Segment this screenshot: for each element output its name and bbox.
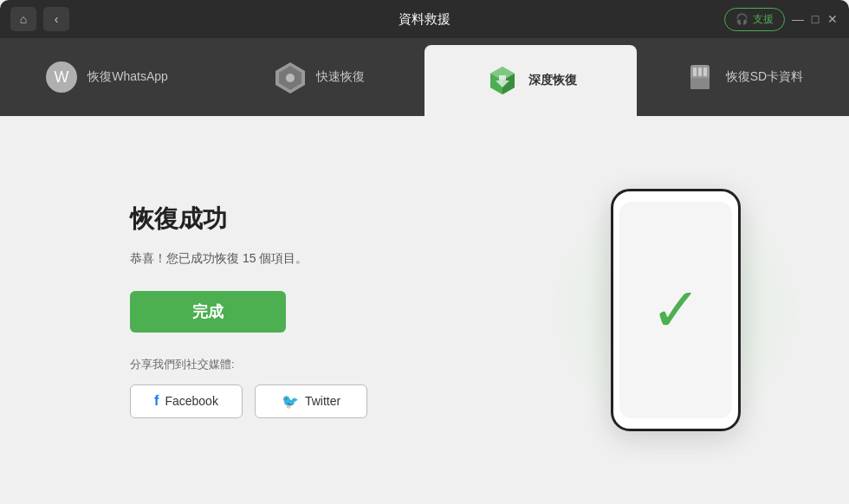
main-content: 恢復成功 恭喜！您已成功恢復 15 個項目。 完成 分享我們到社交媒體: f F… (0, 116, 849, 504)
tab-deep-restore-label: 深度恢復 (528, 73, 577, 88)
success-panel: 恢復成功 恭喜！您已成功恢復 15 個項目。 完成 分享我們到社交媒體: f F… (130, 203, 494, 418)
success-description: 恭喜！您已成功恢復 15 個項目。 (130, 251, 494, 267)
phone-illustration: ✓ (572, 171, 780, 449)
tab-deep-restore[interactable]: 深度恢復 (424, 45, 637, 116)
tab-quick-restore[interactable]: 快速恢復 (212, 38, 424, 116)
titlebar: ⌂ ‹ 資料救援 🎧 支援 — □ ✕ (0, 0, 849, 38)
facebook-button[interactable]: f Facebook (130, 384, 243, 418)
phone-screen: ✓ (619, 202, 732, 418)
facebook-label: Facebook (165, 394, 217, 408)
svg-rect-13 (703, 68, 707, 76)
checkmark-icon: ✓ (651, 280, 702, 340)
support-button[interactable]: 🎧 支援 (724, 8, 785, 31)
window-controls: — □ ✕ (792, 13, 839, 25)
support-label: 支援 (753, 12, 774, 27)
tab-sd-card-label: 恢復SD卡資料 (726, 69, 803, 85)
tabbar: W 恢復WhatsApp 快速恢復 (0, 38, 849, 116)
tab-whatsapp[interactable]: W 恢復WhatsApp (0, 38, 212, 116)
success-title: 恢復成功 (130, 203, 494, 236)
twitter-button[interactable]: 🐦 Twitter (255, 384, 367, 418)
whatsapp-icon: W (44, 60, 79, 94)
tab-quick-restore-label: 快速恢復 (316, 69, 365, 85)
home-icon: ⌂ (20, 12, 27, 26)
minimize-button[interactable]: — (792, 13, 804, 25)
svg-rect-14 (690, 78, 710, 89)
maximize-button[interactable]: □ (809, 13, 821, 25)
twitter-label: Twitter (305, 394, 340, 408)
svg-rect-11 (693, 68, 697, 76)
share-label: 分享我們到社交媒體: (130, 357, 494, 372)
titlebar-left-controls: ⌂ ‹ (10, 7, 69, 31)
deep-restore-icon (485, 63, 520, 98)
twitter-icon: 🐦 (282, 393, 299, 410)
social-buttons: f Facebook 🐦 Twitter (130, 384, 494, 418)
svg-rect-12 (698, 68, 702, 76)
tab-whatsapp-label: 恢復WhatsApp (87, 69, 168, 85)
phone-body: ✓ (611, 189, 741, 431)
titlebar-right-controls: 🎧 支援 — □ ✕ (724, 8, 839, 31)
sd-card-icon (683, 60, 717, 94)
svg-point-4 (286, 74, 295, 82)
done-button[interactable]: 完成 (130, 291, 286, 333)
headset-icon: 🎧 (736, 13, 749, 25)
close-button[interactable]: ✕ (826, 13, 839, 25)
quick-restore-icon (273, 60, 308, 94)
home-button[interactable]: ⌂ (10, 7, 36, 31)
svg-text:W: W (55, 68, 69, 86)
back-icon: ‹ (55, 12, 59, 26)
tab-sd-card[interactable]: 恢復SD卡資料 (637, 38, 849, 116)
app-title: 資料救援 (399, 11, 450, 28)
facebook-icon: f (154, 393, 159, 409)
back-button[interactable]: ‹ (43, 7, 69, 31)
